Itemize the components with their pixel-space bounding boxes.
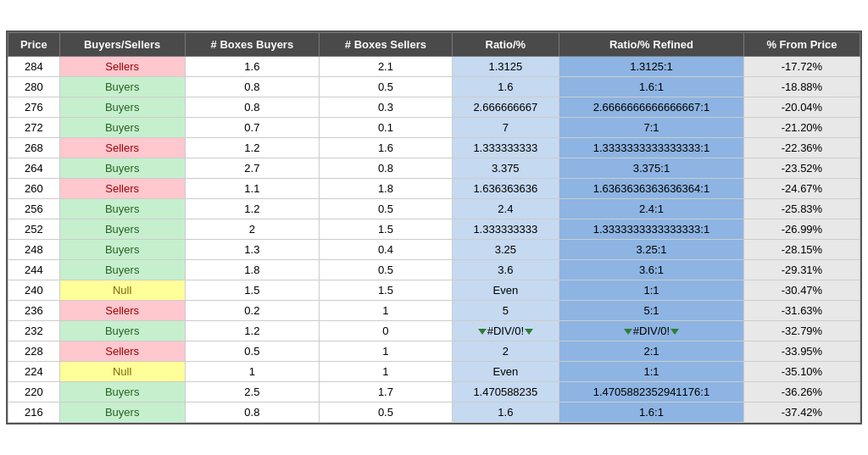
cell-ratio: 1.333333333 — [452, 138, 559, 158]
table-row: 236Sellers0.2155:1-31.63% — [8, 301, 860, 321]
cell-from-price: -30.47% — [743, 280, 860, 301]
cell-ratio-refined: 2.6666666666666667:1 — [559, 97, 744, 118]
cell-ratio: #DIV/0! — [452, 321, 559, 341]
table-row: 284Sellers1.62.11.31251.3125:1-17.72% — [8, 57, 860, 77]
cell-ratio-refined: 2.4:1 — [559, 199, 744, 219]
cell-boxes-buyers: 1.2 — [185, 199, 320, 219]
cell-type: Buyers — [59, 382, 185, 402]
cell-from-price: -20.04% — [743, 97, 860, 118]
cell-ratio-refined: 5:1 — [559, 301, 744, 321]
cell-price: 284 — [8, 57, 60, 77]
cell-price: 220 — [8, 382, 60, 402]
cell-type: Buyers — [59, 321, 185, 341]
cell-ratio: 2 — [452, 341, 559, 362]
cell-ratio-refined: 1.3125:1 — [559, 57, 744, 77]
cell-boxes-sellers: 1 — [320, 301, 452, 321]
cell-ratio: 7 — [452, 118, 559, 138]
cell-price: 252 — [8, 219, 60, 240]
cell-boxes-buyers: 0.2 — [185, 301, 320, 321]
cell-price: 264 — [8, 158, 60, 179]
cell-boxes-sellers: 0 — [320, 321, 452, 341]
cell-boxes-sellers: 0.5 — [320, 402, 452, 423]
cell-type: Buyers — [59, 240, 185, 260]
cell-ratio-refined: #DIV/0! — [559, 321, 744, 341]
cell-boxes-sellers: 0.1 — [320, 118, 452, 138]
cell-boxes-buyers: 2.7 — [185, 158, 320, 179]
cell-from-price: -32.79% — [743, 321, 860, 341]
cell-boxes-sellers: 0.5 — [320, 77, 452, 97]
header-from-price: % From Price — [743, 33, 860, 57]
cell-ratio: 1.333333333 — [452, 219, 559, 240]
cell-from-price: -21.20% — [743, 118, 860, 138]
cell-price: 232 — [8, 321, 60, 341]
cell-ratio: 1.3125 — [452, 57, 559, 77]
cell-ratio-refined: 1:1 — [559, 362, 744, 382]
cell-ratio-refined: 1.6:1 — [559, 402, 744, 423]
cell-boxes-buyers: 2 — [185, 219, 320, 240]
cell-type: Sellers — [59, 301, 185, 321]
table-body: 284Sellers1.62.11.31251.3125:1-17.72%280… — [8, 57, 860, 423]
cell-ratio-refined: 3.25:1 — [559, 240, 744, 260]
cell-boxes-buyers: 1 — [185, 362, 320, 382]
cell-boxes-buyers: 0.8 — [185, 97, 320, 118]
cell-ratio-refined: 1.4705882352941176:1 — [559, 382, 744, 402]
cell-price: 276 — [8, 97, 60, 118]
table-row: 260Sellers1.11.81.6363636361.63636363636… — [8, 179, 860, 199]
table-row: 240Null1.51.5Even1:1-30.47% — [8, 280, 860, 301]
cell-price: 256 — [8, 199, 60, 219]
cell-boxes-buyers: 2.5 — [185, 382, 320, 402]
table-row: 276Buyers0.80.32.6666666672.666666666666… — [8, 97, 860, 118]
cell-boxes-buyers: 1.2 — [185, 138, 320, 158]
cell-price: 236 — [8, 301, 60, 321]
table-row: 228Sellers0.5122:1-33.95% — [8, 341, 860, 362]
cell-from-price: -22.36% — [743, 138, 860, 158]
cell-boxes-sellers: 2.1 — [320, 57, 452, 77]
cell-type: Null — [59, 280, 185, 301]
cell-boxes-sellers: 0.3 — [320, 97, 452, 118]
cell-ratio: 1.470588235 — [452, 382, 559, 402]
header-boxes-buyers: # Boxes Buyers — [185, 33, 320, 57]
cell-type: Buyers — [59, 402, 185, 423]
cell-ratio-refined: 3.375:1 — [559, 158, 744, 179]
cell-type: Buyers — [59, 97, 185, 118]
data-table: Price Buyers/Sellers # Boxes Buyers # Bo… — [8, 32, 860, 423]
cell-boxes-sellers: 1.6 — [320, 138, 452, 158]
cell-ratio-refined: 1.6363636363636364:1 — [559, 179, 744, 199]
table-row: 224Null11Even1:1-35.10% — [8, 362, 860, 382]
cell-from-price: -25.83% — [743, 199, 860, 219]
cell-boxes-buyers: 1.6 — [185, 57, 320, 77]
cell-boxes-buyers: 1.5 — [185, 280, 320, 301]
cell-ratio: 2.666666667 — [452, 97, 559, 118]
cell-ratio-refined: 7:1 — [559, 118, 744, 138]
triangle-icon — [624, 329, 632, 335]
cell-boxes-buyers: 0.7 — [185, 118, 320, 138]
cell-boxes-sellers: 1.5 — [320, 219, 452, 240]
cell-from-price: -31.63% — [743, 301, 860, 321]
cell-ratio: 5 — [452, 301, 559, 321]
cell-from-price: -29.31% — [743, 260, 860, 280]
cell-ratio-refined: 2:1 — [559, 341, 744, 362]
cell-boxes-sellers: 0.4 — [320, 240, 452, 260]
cell-type: Buyers — [59, 199, 185, 219]
cell-from-price: -18.88% — [743, 77, 860, 97]
table-row: 272Buyers0.70.177:1-21.20% — [8, 118, 860, 138]
cell-ratio: Even — [452, 280, 559, 301]
cell-type: Sellers — [59, 57, 185, 77]
cell-ratio: 2.4 — [452, 199, 559, 219]
cell-price: 272 — [8, 118, 60, 138]
table-row: 252Buyers21.51.3333333331.33333333333333… — [8, 219, 860, 240]
cell-type: Buyers — [59, 260, 185, 280]
table-row: 220Buyers2.51.71.4705882351.470588235294… — [8, 382, 860, 402]
cell-boxes-buyers: 0.8 — [185, 402, 320, 423]
cell-ratio: 1.636363636 — [452, 179, 559, 199]
cell-from-price: -28.15% — [743, 240, 860, 260]
cell-boxes-sellers: 0.8 — [320, 158, 452, 179]
cell-boxes-buyers: 1.3 — [185, 240, 320, 260]
cell-from-price: -33.95% — [743, 341, 860, 362]
cell-type: Buyers — [59, 77, 185, 97]
cell-price: 280 — [8, 77, 60, 97]
header-buyers-sellers: Buyers/Sellers — [59, 33, 185, 57]
cell-boxes-buyers: 0.5 — [185, 341, 320, 362]
cell-from-price: -26.99% — [743, 219, 860, 240]
cell-price: 216 — [8, 402, 60, 423]
